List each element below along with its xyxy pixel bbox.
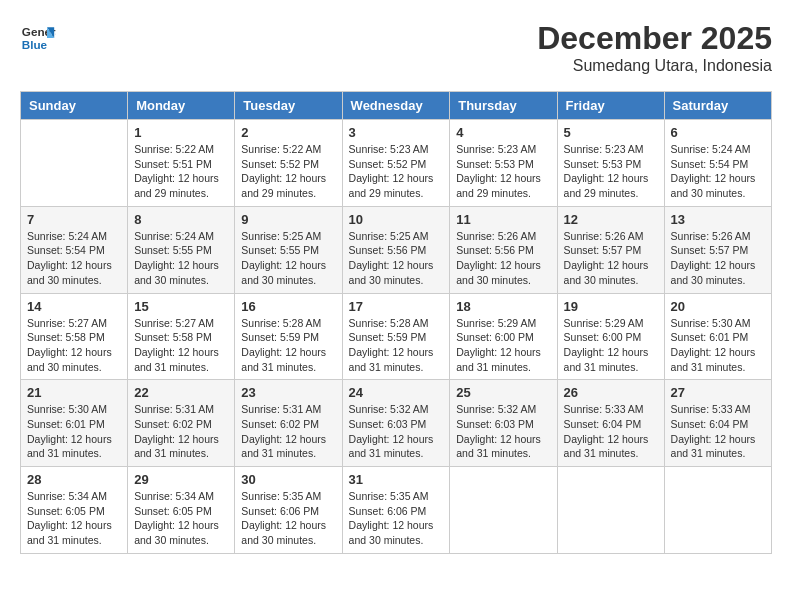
day-info: Sunrise: 5:27 AM Sunset: 5:58 PM Dayligh… <box>27 316 121 375</box>
day-info: Sunrise: 5:28 AM Sunset: 5:59 PM Dayligh… <box>241 316 335 375</box>
day-number: 27 <box>671 385 765 400</box>
calendar-week-row: 28Sunrise: 5:34 AM Sunset: 6:05 PM Dayli… <box>21 467 772 554</box>
day-info: Sunrise: 5:30 AM Sunset: 6:01 PM Dayligh… <box>27 402 121 461</box>
calendar-cell: 23Sunrise: 5:31 AM Sunset: 6:02 PM Dayli… <box>235 380 342 467</box>
day-info: Sunrise: 5:25 AM Sunset: 5:55 PM Dayligh… <box>241 229 335 288</box>
day-number: 4 <box>456 125 550 140</box>
calendar-week-row: 21Sunrise: 5:30 AM Sunset: 6:01 PM Dayli… <box>21 380 772 467</box>
day-info: Sunrise: 5:29 AM Sunset: 6:00 PM Dayligh… <box>456 316 550 375</box>
day-info: Sunrise: 5:23 AM Sunset: 5:52 PM Dayligh… <box>349 142 444 201</box>
day-number: 31 <box>349 472 444 487</box>
day-info: Sunrise: 5:31 AM Sunset: 6:02 PM Dayligh… <box>134 402 228 461</box>
calendar-cell: 30Sunrise: 5:35 AM Sunset: 6:06 PM Dayli… <box>235 467 342 554</box>
day-number: 3 <box>349 125 444 140</box>
day-info: Sunrise: 5:25 AM Sunset: 5:56 PM Dayligh… <box>349 229 444 288</box>
calendar-cell: 8Sunrise: 5:24 AM Sunset: 5:55 PM Daylig… <box>128 206 235 293</box>
calendar-cell: 27Sunrise: 5:33 AM Sunset: 6:04 PM Dayli… <box>664 380 771 467</box>
calendar-cell: 31Sunrise: 5:35 AM Sunset: 6:06 PM Dayli… <box>342 467 450 554</box>
day-number: 18 <box>456 299 550 314</box>
day-info: Sunrise: 5:23 AM Sunset: 5:53 PM Dayligh… <box>456 142 550 201</box>
day-number: 29 <box>134 472 228 487</box>
calendar-cell: 15Sunrise: 5:27 AM Sunset: 5:58 PM Dayli… <box>128 293 235 380</box>
day-number: 1 <box>134 125 228 140</box>
day-number: 24 <box>349 385 444 400</box>
day-info: Sunrise: 5:32 AM Sunset: 6:03 PM Dayligh… <box>349 402 444 461</box>
location-title: Sumedang Utara, Indonesia <box>537 57 772 75</box>
day-info: Sunrise: 5:32 AM Sunset: 6:03 PM Dayligh… <box>456 402 550 461</box>
weekday-header-saturday: Saturday <box>664 92 771 120</box>
calendar-cell: 21Sunrise: 5:30 AM Sunset: 6:01 PM Dayli… <box>21 380 128 467</box>
day-number: 19 <box>564 299 658 314</box>
day-number: 10 <box>349 212 444 227</box>
day-info: Sunrise: 5:29 AM Sunset: 6:00 PM Dayligh… <box>564 316 658 375</box>
day-number: 21 <box>27 385 121 400</box>
calendar-cell: 4Sunrise: 5:23 AM Sunset: 5:53 PM Daylig… <box>450 120 557 207</box>
day-number: 30 <box>241 472 335 487</box>
day-number: 14 <box>27 299 121 314</box>
day-number: 17 <box>349 299 444 314</box>
svg-text:Blue: Blue <box>22 38 48 51</box>
calendar-cell: 26Sunrise: 5:33 AM Sunset: 6:04 PM Dayli… <box>557 380 664 467</box>
calendar-cell: 24Sunrise: 5:32 AM Sunset: 6:03 PM Dayli… <box>342 380 450 467</box>
calendar-cell: 18Sunrise: 5:29 AM Sunset: 6:00 PM Dayli… <box>450 293 557 380</box>
calendar-cell: 19Sunrise: 5:29 AM Sunset: 6:00 PM Dayli… <box>557 293 664 380</box>
day-info: Sunrise: 5:26 AM Sunset: 5:57 PM Dayligh… <box>564 229 658 288</box>
day-info: Sunrise: 5:24 AM Sunset: 5:54 PM Dayligh… <box>671 142 765 201</box>
calendar-cell: 12Sunrise: 5:26 AM Sunset: 5:57 PM Dayli… <box>557 206 664 293</box>
calendar-cell: 3Sunrise: 5:23 AM Sunset: 5:52 PM Daylig… <box>342 120 450 207</box>
month-title: December 2025 <box>537 20 772 57</box>
day-info: Sunrise: 5:27 AM Sunset: 5:58 PM Dayligh… <box>134 316 228 375</box>
calendar-cell: 14Sunrise: 5:27 AM Sunset: 5:58 PM Dayli… <box>21 293 128 380</box>
day-info: Sunrise: 5:35 AM Sunset: 6:06 PM Dayligh… <box>349 489 444 548</box>
day-number: 23 <box>241 385 335 400</box>
day-number: 25 <box>456 385 550 400</box>
calendar-week-row: 1Sunrise: 5:22 AM Sunset: 5:51 PM Daylig… <box>21 120 772 207</box>
page-header: General Blue December 2025 Sumedang Utar… <box>20 20 772 75</box>
weekday-header-sunday: Sunday <box>21 92 128 120</box>
calendar-cell <box>557 467 664 554</box>
calendar-cell: 2Sunrise: 5:22 AM Sunset: 5:52 PM Daylig… <box>235 120 342 207</box>
calendar-cell: 10Sunrise: 5:25 AM Sunset: 5:56 PM Dayli… <box>342 206 450 293</box>
calendar-cell: 29Sunrise: 5:34 AM Sunset: 6:05 PM Dayli… <box>128 467 235 554</box>
day-number: 26 <box>564 385 658 400</box>
calendar-header-row: SundayMondayTuesdayWednesdayThursdayFrid… <box>21 92 772 120</box>
calendar-cell: 9Sunrise: 5:25 AM Sunset: 5:55 PM Daylig… <box>235 206 342 293</box>
day-info: Sunrise: 5:26 AM Sunset: 5:57 PM Dayligh… <box>671 229 765 288</box>
calendar-cell <box>450 467 557 554</box>
calendar-cell: 6Sunrise: 5:24 AM Sunset: 5:54 PM Daylig… <box>664 120 771 207</box>
day-info: Sunrise: 5:34 AM Sunset: 6:05 PM Dayligh… <box>134 489 228 548</box>
day-number: 8 <box>134 212 228 227</box>
day-info: Sunrise: 5:24 AM Sunset: 5:54 PM Dayligh… <box>27 229 121 288</box>
day-info: Sunrise: 5:22 AM Sunset: 5:51 PM Dayligh… <box>134 142 228 201</box>
weekday-header-thursday: Thursday <box>450 92 557 120</box>
calendar-cell: 7Sunrise: 5:24 AM Sunset: 5:54 PM Daylig… <box>21 206 128 293</box>
calendar-week-row: 7Sunrise: 5:24 AM Sunset: 5:54 PM Daylig… <box>21 206 772 293</box>
calendar-cell: 28Sunrise: 5:34 AM Sunset: 6:05 PM Dayli… <box>21 467 128 554</box>
day-info: Sunrise: 5:33 AM Sunset: 6:04 PM Dayligh… <box>671 402 765 461</box>
day-number: 13 <box>671 212 765 227</box>
calendar-table: SundayMondayTuesdayWednesdayThursdayFrid… <box>20 91 772 554</box>
day-info: Sunrise: 5:30 AM Sunset: 6:01 PM Dayligh… <box>671 316 765 375</box>
day-number: 15 <box>134 299 228 314</box>
day-number: 11 <box>456 212 550 227</box>
calendar-cell: 17Sunrise: 5:28 AM Sunset: 5:59 PM Dayli… <box>342 293 450 380</box>
calendar-week-row: 14Sunrise: 5:27 AM Sunset: 5:58 PM Dayli… <box>21 293 772 380</box>
calendar-cell <box>21 120 128 207</box>
day-info: Sunrise: 5:33 AM Sunset: 6:04 PM Dayligh… <box>564 402 658 461</box>
calendar-cell: 16Sunrise: 5:28 AM Sunset: 5:59 PM Dayli… <box>235 293 342 380</box>
calendar-cell: 5Sunrise: 5:23 AM Sunset: 5:53 PM Daylig… <box>557 120 664 207</box>
weekday-header-friday: Friday <box>557 92 664 120</box>
day-number: 28 <box>27 472 121 487</box>
day-info: Sunrise: 5:35 AM Sunset: 6:06 PM Dayligh… <box>241 489 335 548</box>
day-number: 16 <box>241 299 335 314</box>
day-number: 6 <box>671 125 765 140</box>
calendar-cell: 1Sunrise: 5:22 AM Sunset: 5:51 PM Daylig… <box>128 120 235 207</box>
calendar-cell: 20Sunrise: 5:30 AM Sunset: 6:01 PM Dayli… <box>664 293 771 380</box>
day-info: Sunrise: 5:31 AM Sunset: 6:02 PM Dayligh… <box>241 402 335 461</box>
day-number: 22 <box>134 385 228 400</box>
day-number: 2 <box>241 125 335 140</box>
calendar-cell: 25Sunrise: 5:32 AM Sunset: 6:03 PM Dayli… <box>450 380 557 467</box>
day-info: Sunrise: 5:28 AM Sunset: 5:59 PM Dayligh… <box>349 316 444 375</box>
day-number: 7 <box>27 212 121 227</box>
weekday-header-tuesday: Tuesday <box>235 92 342 120</box>
